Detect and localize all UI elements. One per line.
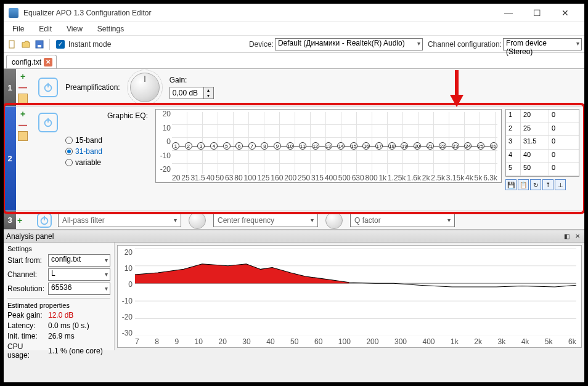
spin-up-icon[interactable]: ▴: [204, 87, 213, 93]
add-button[interactable]: +: [20, 71, 25, 81]
eq-table[interactable]: 12002250331.5044005500: [505, 109, 579, 177]
instant-mode-label: Instant mode: [68, 40, 111, 49]
eq-y-axis: 20100-10-20: [157, 110, 171, 174]
eq-x-axis: 202531.540506380100125160200250315400500…: [172, 174, 497, 182]
spin-down-icon[interactable]: ▾: [204, 93, 213, 99]
block1-controls: + —: [16, 69, 30, 106]
instant-mode-checkbox[interactable]: ✓: [56, 40, 65, 49]
cpu-usage-value: 1.1 % (one core): [48, 347, 103, 355]
tabstrip: config.txt ✕: [4, 53, 584, 69]
close-tab-icon[interactable]: ✕: [44, 58, 52, 66]
device-label: Device:: [249, 40, 274, 49]
resolution-label: Resolution:: [7, 284, 46, 293]
latency-label: Latency:: [7, 321, 46, 330]
block-number-3: 3: [4, 211, 16, 229]
add-button[interactable]: +: [17, 215, 22, 225]
tab-config[interactable]: config.txt ✕: [6, 55, 57, 68]
center-freq-knob[interactable]: [189, 212, 206, 229]
peak-gain-label: Peak gain:: [7, 311, 46, 320]
cpu-usage-label: CPU usage:: [7, 342, 46, 360]
edit-button[interactable]: [18, 131, 28, 141]
eq-table-toolbar: 💾 📋 ↻ ⤒ ⊥: [505, 179, 579, 190]
init-time-value: 26.9 ms: [48, 332, 75, 340]
power-toggle[interactable]: [37, 213, 52, 228]
radio-31-band[interactable]: 31-band: [65, 147, 152, 156]
block2-controls: + —: [16, 107, 30, 211]
q-factor-select[interactable]: Q factor▾: [350, 214, 455, 227]
menubar: File Edit View Settings: [4, 22, 584, 36]
save-eq-icon[interactable]: 💾: [505, 179, 517, 190]
start-from-select[interactable]: config.txt: [48, 254, 110, 267]
close-button[interactable]: ✕: [551, 4, 579, 22]
q-factor-knob[interactable]: [325, 212, 343, 229]
menu-view[interactable]: View: [60, 23, 89, 34]
gain-input[interactable]: [169, 87, 204, 99]
add-button[interactable]: +: [20, 109, 25, 119]
block-number-1: 1: [4, 69, 16, 106]
toolbar: ✓ Instant mode Device: Default (Динамики…: [4, 36, 584, 53]
peak-gain-value: 12.0 dB: [48, 311, 73, 320]
graphic-eq-label: Graphic EQ:: [65, 111, 152, 120]
save-file-icon[interactable]: [33, 38, 46, 50]
radio-15-band[interactable]: 15-band: [65, 136, 152, 145]
channel-config-label: Channel configuration:: [428, 40, 502, 49]
gain-spinbox[interactable]: ▴▾: [169, 87, 214, 99]
analysis-header: Analysis panel ◧ ✕: [4, 230, 584, 243]
remove-button[interactable]: —: [18, 82, 27, 92]
preamp-label: Preamplification:: [65, 83, 120, 92]
gain-knob[interactable]: [130, 73, 160, 102]
start-from-label: Start from:: [7, 256, 46, 265]
invert-eq-icon[interactable]: ↻: [530, 179, 541, 190]
titlebar: Equalizer APO 1.3 Configuration Editor —…: [4, 4, 584, 22]
analysis-sidebar: Settings Start from:config.txt Channel:L…: [4, 243, 115, 350]
filter-type-select[interactable]: All-pass filter▾: [58, 214, 181, 227]
menu-edit[interactable]: Edit: [33, 23, 58, 34]
eq-chart[interactable]: 20100-10-20 1234567891011121314151617181…: [155, 109, 502, 183]
app-icon: [9, 8, 18, 18]
remove-button[interactable]: —: [18, 120, 27, 130]
svg-rect-0: [9, 41, 14, 48]
block-allpass-filter: 3 + All-pass filter▾ Center frequency▾ Q…: [4, 211, 584, 230]
analysis-panel: Analysis panel ◧ ✕ Settings Start from:c…: [4, 230, 584, 350]
app-window: Equalizer APO 1.3 Configuration Editor —…: [3, 3, 585, 383]
edit-button[interactable]: [18, 94, 28, 103]
device-select[interactable]: Default (Динамики - Realtek(R) Audio): [275, 38, 423, 50]
svg-rect-2: [38, 45, 41, 47]
new-file-icon[interactable]: [6, 38, 18, 50]
analysis-chart[interactable]: 20100-10-20-30 7891020304050601002003004…: [117, 245, 582, 348]
gain-label: Gain:: [169, 76, 214, 84]
eq-band-handles[interactable]: 1234567891011121314151617181920212223242…: [172, 142, 497, 150]
maximize-button[interactable]: ☐: [523, 4, 551, 22]
est-props-label: Estimated properties: [7, 302, 110, 309]
channel-select[interactable]: L: [48, 268, 110, 281]
panel-close-icon[interactable]: ✕: [573, 232, 582, 241]
open-file-icon[interactable]: [20, 38, 32, 50]
center-freq-select[interactable]: Center frequency▾: [213, 214, 318, 227]
minimize-button[interactable]: —: [494, 4, 523, 22]
normalize-eq-icon[interactable]: ⤒: [542, 179, 553, 190]
toolbar-separator: [49, 39, 50, 50]
analysis-plot: [135, 248, 576, 336]
clipboard-eq-icon[interactable]: 📋: [518, 179, 529, 190]
analysis-x-axis: 7891020304050601002003004001k2k3k4k5k6k: [135, 337, 576, 346]
analysis-y-axis: 20100-10-20-30: [120, 248, 133, 337]
panel-float-icon[interactable]: ◧: [562, 232, 571, 241]
window-title: Equalizer APO 1.3 Configuration Editor: [23, 9, 494, 17]
power-toggle[interactable]: [38, 113, 58, 132]
radio-variable[interactable]: variable: [65, 158, 152, 167]
latency-value: 0.0 ms (0 s.): [48, 321, 89, 330]
block-number-2: 2: [4, 107, 16, 211]
reset-eq-icon[interactable]: ⊥: [555, 179, 566, 190]
menu-file[interactable]: File: [6, 23, 30, 34]
channel-config-select[interactable]: From device (Stereo): [503, 38, 582, 50]
main-area: 1 + — Preamplification: Gain: ▴▾: [4, 69, 584, 382]
block-graphic-eq: 2 + — Graphic EQ: 15-band 31-band variab…: [4, 107, 584, 211]
menu-settings[interactable]: Settings: [91, 23, 130, 34]
block-preamp: 1 + — Preamplification: Gain: ▴▾: [4, 69, 584, 107]
block3-controls: +: [16, 211, 30, 229]
resolution-select[interactable]: 65536: [48, 283, 110, 295]
tab-label: config.txt: [12, 58, 41, 66]
power-toggle[interactable]: [38, 78, 58, 97]
analysis-settings-label: Settings: [7, 245, 110, 252]
analysis-title: Analysis panel: [6, 232, 54, 241]
